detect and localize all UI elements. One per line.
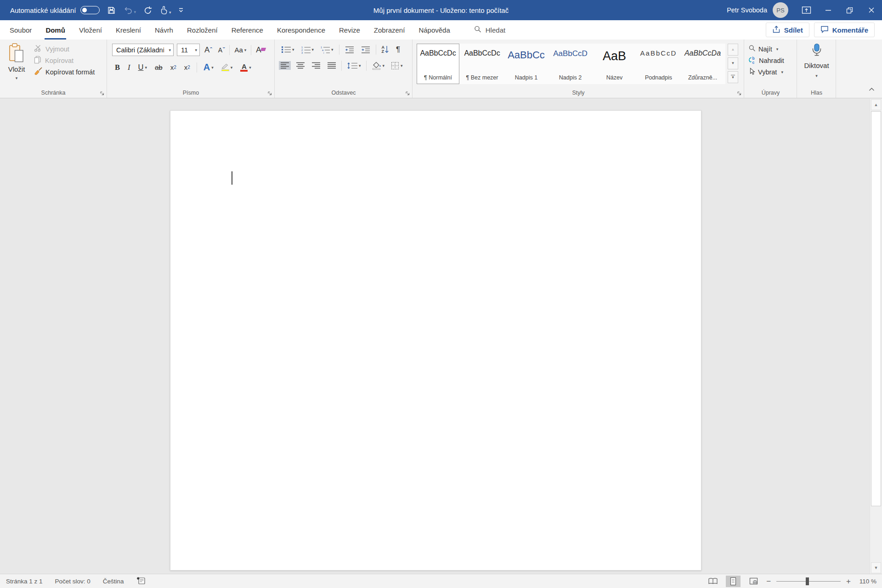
font-dialog-launcher-icon[interactable] — [267, 91, 272, 96]
zoom-in-icon[interactable]: + — [846, 577, 851, 585]
tab-soubor[interactable]: Soubor — [3, 20, 39, 40]
style-emphasis[interactable]: AaBbCcDa Zdůrazně... — [681, 44, 724, 84]
undo-dropdown-icon[interactable]: ▾ — [134, 10, 136, 14]
tab-zobrazeni[interactable]: Zobrazení — [367, 20, 412, 40]
justify-button[interactable] — [326, 61, 338, 70]
select-button[interactable]: Vybrat — [748, 66, 797, 78]
tab-navrh[interactable]: Návrh — [148, 20, 180, 40]
language-indicator[interactable]: Čeština — [103, 578, 124, 585]
align-left-button[interactable] — [279, 61, 291, 70]
zoom-level[interactable]: 110 % — [856, 578, 876, 585]
multilevel-list-button[interactable]: 1ai — [319, 45, 335, 55]
decrease-indent-button[interactable] — [344, 45, 356, 54]
font-name-combo[interactable]: Calibri (Základní — [112, 44, 174, 56]
comments-button[interactable]: Komentáře — [814, 23, 875, 37]
style-no-spacing[interactable]: AaBbCcDc ¶ Bez mezer — [461, 44, 503, 84]
tab-napoveda[interactable]: Nápověda — [412, 20, 457, 40]
grow-font-button[interactable]: Aˆ — [203, 45, 214, 56]
web-layout-icon[interactable] — [746, 576, 761, 587]
format-painter-button[interactable]: Kopírovat formát — [34, 66, 95, 78]
shrink-font-button[interactable]: Aˇ — [217, 45, 226, 55]
page-indicator[interactable]: Stránka 1 z 1 — [6, 578, 43, 585]
underline-button[interactable]: U — [137, 62, 148, 73]
tab-rozlozeni[interactable]: Rozložení — [180, 20, 225, 40]
redo-icon[interactable] — [143, 6, 153, 15]
proofing-status-icon[interactable] — [136, 577, 146, 586]
user-name[interactable]: Petr Svoboda — [727, 6, 767, 14]
highlight-color-button[interactable] — [220, 63, 234, 72]
cut-button[interactable]: Vyjmout — [34, 43, 95, 55]
close-button[interactable] — [860, 0, 882, 20]
styles-more-icon[interactable]: ▼ — [728, 71, 738, 83]
style-heading1[interactable]: AaBbCc Nadpis 1 — [505, 44, 548, 84]
touch-mode-dropdown-icon[interactable]: ▾ — [169, 10, 171, 15]
tab-vlozeni[interactable]: Vložení — [72, 20, 109, 40]
share-button[interactable]: Sdílet — [766, 23, 809, 37]
style-title[interactable]: AaB Název — [593, 44, 636, 84]
search-box[interactable]: Hledat — [474, 25, 505, 34]
scrollbar-thumb[interactable] — [871, 111, 881, 506]
styles-scroll-down-icon[interactable]: ▼ — [728, 57, 738, 69]
font-color-button[interactable]: A — [239, 62, 253, 73]
tab-revize[interactable]: Revize — [332, 20, 367, 40]
dictate-dropdown-icon[interactable] — [815, 71, 818, 79]
restore-button[interactable] — [839, 0, 860, 20]
style-subtitle[interactable]: AaBbCcD Podnadpis — [637, 44, 680, 84]
dictate-button[interactable]: Diktovat — [797, 40, 836, 79]
zoom-out-icon[interactable]: − — [766, 577, 771, 585]
autosave-toggle[interactable] — [80, 6, 100, 14]
scroll-up-icon[interactable]: ▲ — [871, 99, 881, 110]
paste-button[interactable]: Vložit — [5, 43, 28, 81]
style-normal[interactable]: AaBbCcDc ¶ Normální — [417, 44, 459, 84]
align-center-button[interactable] — [294, 61, 306, 70]
shading-button[interactable] — [370, 60, 386, 71]
text-effects-button[interactable]: A — [202, 61, 215, 74]
avatar[interactable]: PS — [773, 2, 788, 18]
touch-mouse-mode-icon[interactable]: ▾ — [160, 6, 171, 15]
zoom-slider[interactable] — [776, 581, 841, 582]
borders-button[interactable] — [390, 61, 404, 71]
tab-kresleni[interactable]: Kreslení — [109, 20, 148, 40]
document-page[interactable] — [170, 110, 701, 571]
tab-korespondence[interactable]: Korespondence — [270, 20, 332, 40]
save-icon[interactable] — [107, 6, 116, 15]
copy-button[interactable]: Kopírovat — [34, 55, 95, 66]
customize-qat-icon[interactable] — [178, 7, 184, 13]
sort-button[interactable]: A Z — [380, 45, 391, 55]
scroll-down-icon[interactable]: ▼ — [871, 562, 881, 573]
italic-button[interactable]: I — [126, 62, 132, 73]
show-formatting-marks-button[interactable]: ¶ — [395, 44, 401, 55]
clipboard-dialog-launcher-icon[interactable] — [100, 91, 105, 96]
minimize-button[interactable] — [817, 0, 839, 20]
zoom-slider-thumb[interactable] — [806, 577, 809, 585]
paragraph-dialog-launcher-icon[interactable] — [405, 91, 410, 96]
undo-icon[interactable]: ▾ — [123, 6, 136, 14]
strikethrough-button[interactable]: ab — [153, 62, 164, 72]
word-count[interactable]: Počet slov: 0 — [55, 578, 90, 585]
increase-indent-button[interactable] — [360, 45, 372, 54]
align-right-button[interactable] — [310, 61, 322, 70]
tab-domu[interactable]: Domů — [39, 20, 72, 40]
style-heading2[interactable]: AaBbCcD Nadpis 2 — [549, 44, 592, 84]
styles-dialog-launcher-icon[interactable] — [737, 91, 742, 96]
line-spacing-button[interactable] — [345, 61, 362, 70]
numbering-button[interactable]: 123 — [300, 45, 316, 55]
vertical-scrollbar[interactable]: ▲ ▼ — [870, 99, 882, 574]
collapse-ribbon-icon[interactable] — [869, 85, 875, 93]
styles-scroll-up-icon[interactable]: ▲ — [728, 44, 738, 56]
autosave-toggle-group[interactable]: Automatické ukládání — [10, 6, 100, 14]
subscript-button[interactable]: x2 — [169, 62, 178, 72]
change-case-button[interactable]: Aa — [233, 45, 248, 55]
paste-dropdown-icon[interactable] — [16, 73, 18, 81]
font-size-combo[interactable]: 11 — [177, 44, 200, 56]
tab-reference[interactable]: Reference — [225, 20, 270, 40]
replace-button[interactable]: bc Nahradit — [748, 55, 797, 66]
clear-formatting-button[interactable]: A — [254, 45, 266, 56]
find-button[interactable]: Najít — [748, 43, 797, 55]
bold-button[interactable]: B — [113, 62, 121, 73]
ribbon-display-options-icon[interactable] — [796, 0, 817, 20]
print-layout-icon[interactable] — [726, 576, 741, 587]
read-mode-icon[interactable] — [706, 576, 720, 587]
superscript-button[interactable]: x2 — [183, 62, 192, 72]
bullets-button[interactable] — [280, 45, 296, 54]
